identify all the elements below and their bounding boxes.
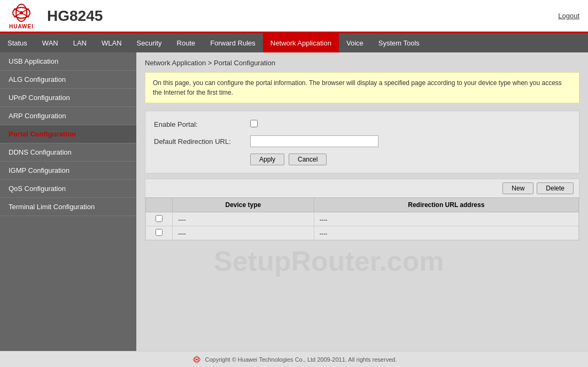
row-check[interactable] — [146, 226, 173, 240]
device-title: HG8245 — [47, 7, 558, 25]
sidebar-item-alg-configuration[interactable]: ALG Configuration — [0, 71, 136, 89]
sidebar-item-ddns-configuration[interactable]: DDNS Configuration — [0, 143, 136, 162]
col-device-type: Device type — [173, 198, 314, 212]
nav-item-lan[interactable]: LAN — [66, 33, 94, 52]
svg-point-9 — [196, 358, 197, 360]
delete-button[interactable]: Delete — [537, 182, 574, 194]
sidebar-item-usb-application[interactable]: USB Application — [0, 52, 136, 71]
table-body: ---- ---- ---- ---- — [146, 212, 579, 240]
table-header: Device type Redirection URL address — [146, 198, 579, 212]
portal-config-form: Enable Portal: Default Redirection URL: … — [145, 111, 579, 173]
row-url: ---- — [314, 212, 578, 226]
default-url-row: Default Redirection URL: — [145, 132, 579, 150]
sidebar-item-igmp-configuration[interactable]: IGMP Configuration — [0, 162, 136, 180]
nav-item-route[interactable]: Route — [169, 33, 203, 52]
apply-button[interactable]: Apply — [250, 154, 284, 165]
nav-item-voice[interactable]: Voice — [339, 33, 371, 52]
default-url-label: Default Redirection URL: — [154, 137, 250, 146]
enable-portal-row: Enable Portal: — [145, 117, 579, 132]
table-row: ---- ---- — [146, 226, 579, 240]
enable-portal-checkbox[interactable] — [250, 120, 258, 127]
row-checkbox[interactable] — [156, 229, 163, 236]
nav-item-forward-rules[interactable]: Forward Rules — [203, 33, 263, 52]
sidebar-item-qos-configuration[interactable]: QoS Configuration — [0, 180, 136, 198]
row-check[interactable] — [146, 212, 173, 226]
nav-item-status[interactable]: Status — [0, 33, 35, 52]
enable-portal-value — [250, 120, 570, 129]
default-url-input[interactable] — [250, 135, 378, 147]
svg-point-4 — [20, 11, 23, 14]
huawei-logo-label: HUAWEI — [9, 24, 34, 29]
default-url-value — [250, 135, 570, 147]
content-area: USB ApplicationALG ConfigurationUPnP Con… — [0, 52, 588, 351]
footer-logo-icon — [191, 355, 202, 364]
row-checkbox[interactable] — [156, 215, 163, 222]
enable-portal-label: Enable Portal: — [154, 120, 250, 128]
sidebar-item-upnp-configuration[interactable]: UPnP Configuration — [0, 89, 136, 107]
sidebar-item-arp-configuration[interactable]: ARP Configuration — [0, 107, 136, 125]
nav-item-security[interactable]: Security — [129, 33, 169, 52]
url-table: Device type Redirection URL address ----… — [145, 197, 579, 240]
table-toolbar: New Delete — [145, 179, 579, 197]
row-device-type: ---- — [173, 226, 314, 240]
sidebar-item-terminal-limit-configuration[interactable]: Terminal Limit Configuration — [0, 198, 136, 216]
col-check — [146, 198, 173, 212]
breadcrumb: Network Application > Portal Configurati… — [145, 59, 579, 67]
nav-item-wan[interactable]: WAN — [35, 33, 66, 52]
main-content: Network Application > Portal Configurati… — [136, 52, 588, 351]
header: HUAWEI HG8245 Logout — [0, 0, 588, 33]
nav-item-system-tools[interactable]: System Tools — [371, 33, 427, 52]
sidebar: USB ApplicationALG ConfigurationUPnP Con… — [0, 52, 136, 351]
url-table-area: New Delete Device type Redirection URL a… — [145, 179, 579, 241]
col-url: Redirection URL address — [314, 198, 578, 212]
sidebar-item-portal-configuration[interactable]: Portal Configuration — [0, 125, 136, 143]
footer: Copyright © Huawei Technologies Co., Ltd… — [0, 351, 588, 367]
logo-area: HUAWEI — [9, 2, 34, 29]
nav-item-network-application[interactable]: Network Application — [263, 33, 339, 52]
row-url: ---- — [314, 226, 578, 240]
cancel-button[interactable]: Cancel — [289, 154, 327, 165]
nav-item-wlan[interactable]: WLAN — [94, 33, 129, 52]
footer-text: Copyright © Huawei Technologies Co., Ltd… — [205, 356, 397, 363]
form-buttons: Apply Cancel — [145, 150, 579, 167]
row-device-type: ---- — [173, 212, 314, 226]
logout-button[interactable]: Logout — [558, 12, 579, 20]
table-row: ---- ---- — [146, 212, 579, 226]
info-box: On this page, you can configure the port… — [145, 72, 579, 103]
new-button[interactable]: New — [502, 182, 533, 194]
huawei-logo-icon — [9, 2, 34, 24]
nav-bar: StatusWANLANWLANSecurityRouteForward Rul… — [0, 33, 588, 52]
